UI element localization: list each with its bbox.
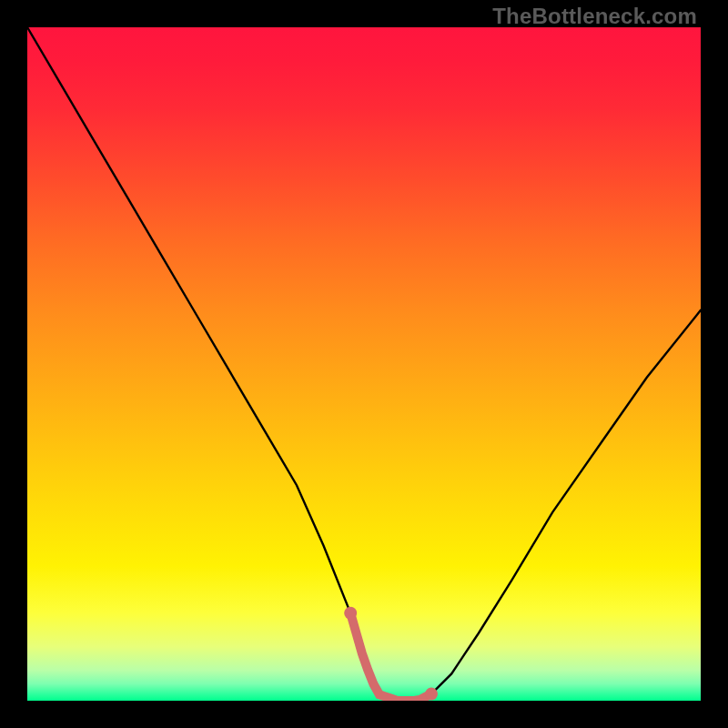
chart-frame: TheBottleneck.com: [0, 0, 728, 728]
bottom-marker: [350, 613, 431, 701]
curve-layer: [27, 27, 701, 701]
plot-area: [27, 27, 701, 701]
bottom-marker-dot-left: [344, 607, 357, 620]
bottleneck-curve: [27, 27, 701, 701]
watermark-text: TheBottleneck.com: [492, 4, 697, 29]
bottom-marker-dot-right: [425, 688, 438, 701]
